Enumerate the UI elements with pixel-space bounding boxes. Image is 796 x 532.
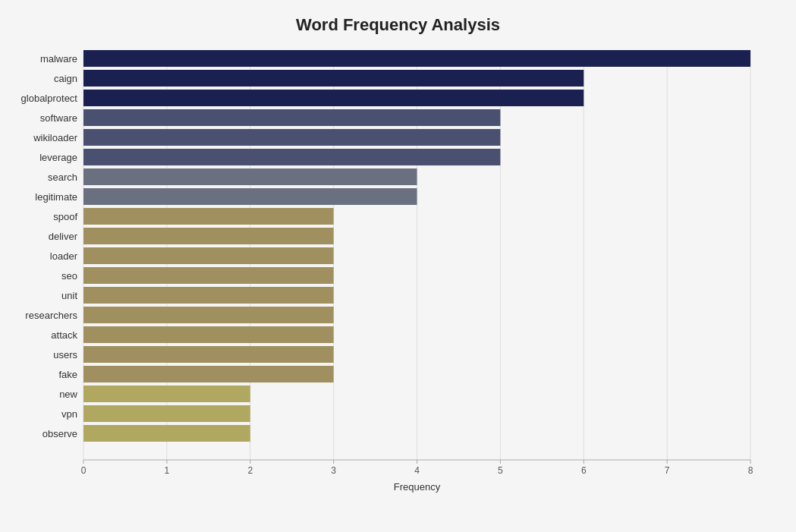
x-tick: 5 [498,465,503,476]
bar-software [83,109,500,126]
bar-legitimate [83,188,417,205]
bar-leverage [83,149,500,165]
x-axis-label: Frequency [394,481,441,493]
bar-unit [83,287,334,304]
bar-label-observe: observe [42,428,77,439]
bar-label-vpn: vpn [61,408,77,420]
bar-label-leverage: leverage [39,152,77,163]
x-tick: 3 [331,465,336,476]
chart-container: Word Frequency Analysis malwarecaignglob… [0,0,796,532]
bar-label-spoof: spoof [53,211,77,222]
bar-search [83,168,417,185]
bar-label-unit: unit [61,290,77,301]
x-tick: 0 [81,465,87,476]
bar-globalprotect [83,90,584,106]
x-tick: 6 [581,465,587,476]
bar-label-caign: caign [54,73,77,84]
x-tick: 8 [748,465,754,476]
bar-observe [83,425,250,442]
bar-label-loader: loader [50,250,78,262]
bar-researchers [83,307,334,323]
bar-label-software: software [40,112,77,124]
bar-label-legitimate: legitimate [35,191,77,203]
bar-label-attack: attack [51,329,77,341]
bar-label-wikiloader: wikiloader [33,132,77,143]
x-tick: 4 [414,465,420,476]
bar-wikiloader [83,129,500,146]
bar-vpn [83,405,250,422]
bar-label-users: users [53,349,77,360]
x-tick: 2 [247,465,253,476]
bar-label-new: new [59,389,77,400]
bar-users [83,346,334,363]
bar-new [83,386,250,402]
bar-label-seo: seo [61,270,77,282]
bar-label-researchers: researchers [25,310,77,321]
bar-loader [83,247,334,264]
bar-label-search: search [48,172,77,183]
bar-spoof [83,208,334,225]
bar-deliver [83,228,334,244]
bar-label-fake: fake [58,369,77,380]
chart-title: Word Frequency Analysis [30,15,766,35]
bar-attack [83,326,334,343]
bar-malware [83,50,750,67]
bar-fake [83,366,334,382]
bar-label-malware: malware [40,53,77,65]
bar-caign [83,70,584,87]
bar-label-deliver: deliver [49,231,78,242]
bar-label-globalprotect: globalprotect [21,93,78,104]
x-tick: 1 [165,465,170,476]
bar-seo [83,267,334,284]
x-tick: 7 [665,465,670,476]
